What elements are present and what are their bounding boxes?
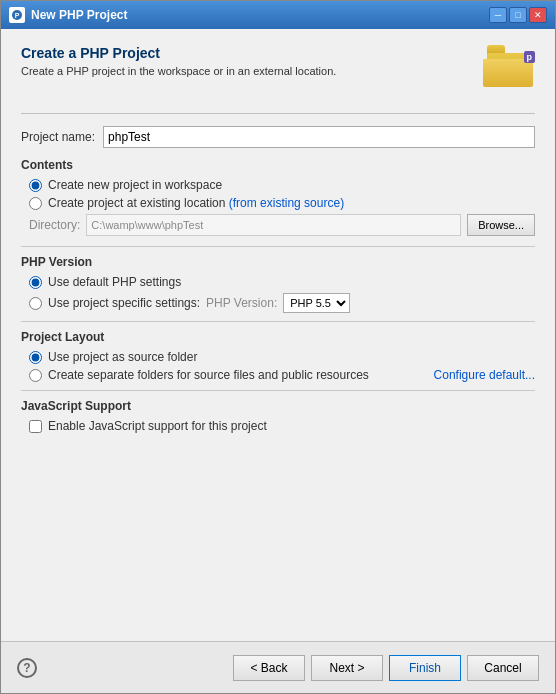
- project-name-label: Project name:: [21, 130, 95, 144]
- layout-option-2-row: Create separate folders for source files…: [21, 368, 535, 382]
- layout-radio-1[interactable]: [29, 351, 42, 364]
- php-folder-icon: p: [483, 45, 535, 97]
- next-button[interactable]: Next >: [311, 655, 383, 681]
- header-divider: [21, 113, 535, 114]
- window-controls: ─ □ ✕: [489, 7, 547, 23]
- contents-divider: [21, 246, 535, 247]
- javascript-checkbox-label: Enable JavaScript support for this proje…: [48, 419, 267, 433]
- dialog-title: Create a PHP Project: [21, 45, 473, 61]
- php-option-1-label: Use default PHP settings: [48, 275, 181, 289]
- bottom-bar: ? < Back Next > Finish Cancel: [1, 641, 555, 693]
- browse-button[interactable]: Browse...: [467, 214, 535, 236]
- back-button[interactable]: < Back: [233, 655, 305, 681]
- form-section: Project name: Contents Create new projec…: [21, 126, 535, 625]
- close-button[interactable]: ✕: [529, 7, 547, 23]
- php-version-select[interactable]: PHP 5.5 PHP 5.4 PHP 5.6 PHP 7.0: [283, 293, 350, 313]
- finish-button[interactable]: Finish: [389, 655, 461, 681]
- contents-option-2-row: Create project at existing location (fro…: [21, 196, 535, 210]
- contents-radio-1[interactable]: [29, 179, 42, 192]
- php-version-label: PHP Version:: [206, 296, 277, 310]
- contents-header: Contents: [21, 158, 535, 172]
- window-title: New PHP Project: [31, 8, 489, 22]
- project-layout-header: Project Layout: [21, 330, 535, 344]
- titlebar: P New PHP Project ─ □ ✕: [1, 1, 555, 29]
- php-radio-1[interactable]: [29, 276, 42, 289]
- dialog-subtitle: Create a PHP project in the workspace or…: [21, 65, 473, 77]
- help-icon[interactable]: ?: [17, 658, 37, 678]
- maximize-button[interactable]: □: [509, 7, 527, 23]
- javascript-checkbox[interactable]: [29, 420, 42, 433]
- php-version-divider: [21, 321, 535, 322]
- main-content: Create a PHP Project Create a PHP projec…: [1, 29, 555, 641]
- javascript-support-header: JavaScript Support: [21, 399, 535, 413]
- layout-option-1-label: Use project as source folder: [48, 350, 197, 364]
- header-text: Create a PHP Project Create a PHP projec…: [21, 45, 473, 77]
- directory-input[interactable]: [86, 214, 461, 236]
- cancel-button[interactable]: Cancel: [467, 655, 539, 681]
- svg-text:P: P: [15, 12, 20, 19]
- configure-default-link[interactable]: Configure default...: [434, 368, 535, 382]
- window-icon: P: [9, 7, 25, 23]
- project-name-input[interactable]: [103, 126, 535, 148]
- bottom-buttons: < Back Next > Finish Cancel: [233, 655, 539, 681]
- contents-radio-2[interactable]: [29, 197, 42, 210]
- contents-option-1-label: Create new project in workspace: [48, 178, 222, 192]
- php-radio-2[interactable]: [29, 297, 42, 310]
- php-option-2-row: Use project specific settings: PHP Versi…: [21, 293, 535, 313]
- javascript-checkbox-row: Enable JavaScript support for this proje…: [21, 419, 535, 433]
- layout-divider: [21, 390, 535, 391]
- directory-label: Directory:: [29, 218, 80, 232]
- layout-radio-2[interactable]: [29, 369, 42, 382]
- project-name-row: Project name:: [21, 126, 535, 148]
- layout-option-1-row: Use project as source folder: [21, 350, 535, 364]
- php-version-header: PHP Version: [21, 255, 535, 269]
- directory-row: Directory: Browse...: [21, 214, 535, 236]
- header-section: Create a PHP Project Create a PHP projec…: [21, 45, 535, 97]
- layout-option-2-label: Create separate folders for source files…: [48, 368, 369, 382]
- contents-option-1-row: Create new project in workspace: [21, 178, 535, 192]
- window: P New PHP Project ─ □ ✕ Create a PHP Pro…: [0, 0, 556, 694]
- php-option-2-label: Use project specific settings:: [48, 296, 200, 310]
- minimize-button[interactable]: ─: [489, 7, 507, 23]
- php-option-1-row: Use default PHP settings: [21, 275, 535, 289]
- contents-option-2-label: Create project at existing location (fro…: [48, 196, 344, 210]
